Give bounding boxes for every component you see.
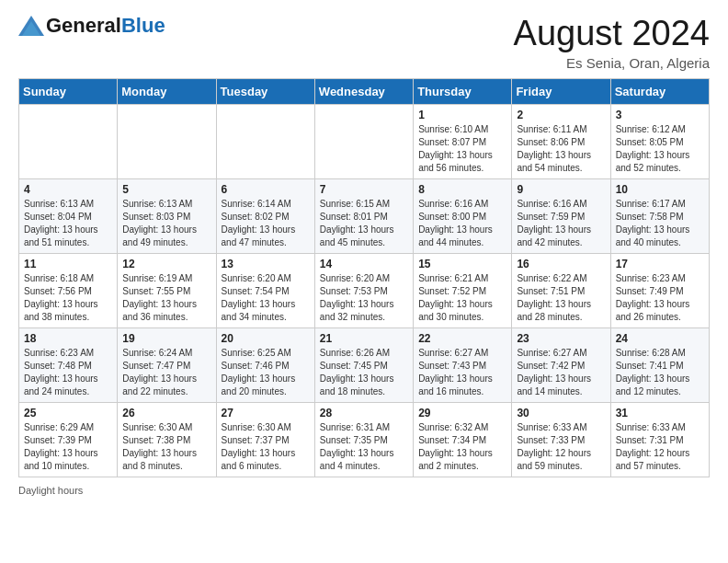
day-info: Sunrise: 6:14 AM Sunset: 8:02 PM Dayligh… (222, 198, 310, 249)
day-info: Sunrise: 6:31 AM Sunset: 7:35 PM Dayligh… (320, 421, 408, 473)
calendar-cell: 22Sunrise: 6:27 AM Sunset: 7:43 PM Dayli… (414, 327, 512, 402)
calendar-cell: 31Sunrise: 6:33 AM Sunset: 7:31 PM Dayli… (610, 402, 709, 477)
calendar-cell: 13Sunrise: 6:20 AM Sunset: 7:54 PM Dayli… (216, 253, 314, 327)
day-number: 14 (320, 258, 408, 270)
logo-icon (18, 16, 44, 36)
day-number: 18 (24, 332, 112, 345)
day-number: 5 (122, 183, 210, 196)
day-number: 27 (222, 407, 310, 419)
week-row-4: 18Sunrise: 6:23 AM Sunset: 7:48 PM Dayli… (19, 327, 710, 402)
day-number: 30 (517, 407, 605, 419)
day-info: Sunrise: 6:24 AM Sunset: 7:47 PM Dayligh… (122, 347, 210, 398)
day-info: Sunrise: 6:23 AM Sunset: 7:48 PM Dayligh… (24, 347, 112, 398)
day-info: Sunrise: 6:28 AM Sunset: 7:41 PM Dayligh… (616, 347, 704, 398)
day-info: Sunrise: 6:33 AM Sunset: 7:31 PM Dayligh… (616, 421, 704, 473)
calendar-cell (216, 104, 314, 178)
day-info: Sunrise: 6:30 AM Sunset: 7:38 PM Dayligh… (122, 421, 210, 473)
day-number: 3 (616, 109, 704, 121)
day-number: 16 (517, 258, 605, 270)
calendar-cell: 16Sunrise: 6:22 AM Sunset: 7:51 PM Dayli… (512, 253, 610, 327)
day-number: 1 (418, 109, 506, 121)
month-title: August 2024 (514, 15, 710, 53)
week-row-3: 11Sunrise: 6:18 AM Sunset: 7:56 PM Dayli… (19, 253, 710, 327)
calendar-cell: 3Sunrise: 6:12 AM Sunset: 8:05 PM Daylig… (610, 104, 709, 178)
calendar-cell: 12Sunrise: 6:19 AM Sunset: 7:55 PM Dayli… (118, 253, 216, 327)
calendar-table: SundayMondayTuesdayWednesdayThursdayFrid… (18, 78, 710, 477)
calendar-cell (118, 104, 216, 178)
calendar-cell (314, 104, 413, 178)
day-info: Sunrise: 6:32 AM Sunset: 7:34 PM Dayligh… (418, 421, 506, 473)
day-info: Sunrise: 6:27 AM Sunset: 7:43 PM Dayligh… (418, 347, 506, 398)
day-number: 7 (320, 183, 408, 196)
calendar-cell: 6Sunrise: 6:14 AM Sunset: 8:02 PM Daylig… (216, 178, 314, 253)
calendar-cell: 29Sunrise: 6:32 AM Sunset: 7:34 PM Dayli… (414, 402, 512, 477)
day-number: 26 (122, 407, 210, 419)
day-info: Sunrise: 6:13 AM Sunset: 8:04 PM Dayligh… (24, 198, 112, 249)
day-info: Sunrise: 6:25 AM Sunset: 7:46 PM Dayligh… (222, 347, 310, 398)
day-info: Sunrise: 6:26 AM Sunset: 7:45 PM Dayligh… (320, 347, 408, 398)
logo: GeneralBlue (18, 15, 165, 37)
day-number: 13 (222, 258, 310, 270)
location: Es Senia, Oran, Algeria (514, 55, 710, 71)
day-number: 15 (418, 258, 506, 270)
header: GeneralBlue August 2024 Es Senia, Oran, … (18, 15, 710, 71)
day-info: Sunrise: 6:33 AM Sunset: 7:33 PM Dayligh… (517, 421, 605, 473)
day-header-monday: Monday (118, 78, 216, 104)
calendar-cell: 4Sunrise: 6:13 AM Sunset: 8:04 PM Daylig… (19, 178, 118, 253)
day-info: Sunrise: 6:19 AM Sunset: 7:55 PM Dayligh… (122, 272, 210, 324)
day-info: Sunrise: 6:16 AM Sunset: 8:00 PM Dayligh… (418, 198, 506, 249)
calendar-cell (19, 104, 118, 178)
day-info: Sunrise: 6:30 AM Sunset: 7:37 PM Dayligh… (222, 421, 310, 473)
calendar-cell: 27Sunrise: 6:30 AM Sunset: 7:37 PM Dayli… (216, 402, 314, 477)
day-number: 19 (122, 332, 210, 345)
day-header-saturday: Saturday (610, 78, 709, 104)
day-info: Sunrise: 6:17 AM Sunset: 7:58 PM Dayligh… (616, 198, 704, 249)
calendar-cell: 1Sunrise: 6:10 AM Sunset: 8:07 PM Daylig… (414, 104, 512, 178)
calendar-cell: 17Sunrise: 6:23 AM Sunset: 7:49 PM Dayli… (610, 253, 709, 327)
week-row-1: 1Sunrise: 6:10 AM Sunset: 8:07 PM Daylig… (19, 104, 710, 178)
day-info: Sunrise: 6:11 AM Sunset: 8:06 PM Dayligh… (517, 123, 605, 175)
day-number: 12 (122, 258, 210, 270)
calendar-cell: 8Sunrise: 6:16 AM Sunset: 8:00 PM Daylig… (414, 178, 512, 253)
calendar-cell: 25Sunrise: 6:29 AM Sunset: 7:39 PM Dayli… (19, 402, 118, 477)
day-info: Sunrise: 6:22 AM Sunset: 7:51 PM Dayligh… (517, 272, 605, 324)
day-number: 23 (517, 332, 605, 345)
day-number: 17 (616, 258, 704, 270)
day-info: Sunrise: 6:27 AM Sunset: 7:42 PM Dayligh… (517, 347, 605, 398)
day-info: Sunrise: 6:21 AM Sunset: 7:52 PM Dayligh… (418, 272, 506, 324)
calendar-cell: 30Sunrise: 6:33 AM Sunset: 7:33 PM Dayli… (512, 402, 610, 477)
day-number: 8 (418, 183, 506, 196)
day-header-sunday: Sunday (19, 78, 118, 104)
day-number: 24 (616, 332, 704, 345)
calendar-cell: 14Sunrise: 6:20 AM Sunset: 7:53 PM Dayli… (314, 253, 413, 327)
title-block: August 2024 Es Senia, Oran, Algeria (514, 15, 710, 71)
calendar-cell: 7Sunrise: 6:15 AM Sunset: 8:01 PM Daylig… (314, 178, 413, 253)
calendar-cell: 18Sunrise: 6:23 AM Sunset: 7:48 PM Dayli… (19, 327, 118, 402)
day-number: 21 (320, 332, 408, 345)
calendar-cell: 21Sunrise: 6:26 AM Sunset: 7:45 PM Dayli… (314, 327, 413, 402)
day-header-wednesday: Wednesday (314, 78, 413, 104)
calendar-cell: 15Sunrise: 6:21 AM Sunset: 7:52 PM Dayli… (414, 253, 512, 327)
day-info: Sunrise: 6:12 AM Sunset: 8:05 PM Dayligh… (616, 123, 704, 175)
day-info: Sunrise: 6:20 AM Sunset: 7:54 PM Dayligh… (222, 272, 310, 324)
day-header-tuesday: Tuesday (216, 78, 314, 104)
day-number: 10 (616, 183, 704, 196)
calendar-cell: 5Sunrise: 6:13 AM Sunset: 8:03 PM Daylig… (118, 178, 216, 253)
week-row-5: 25Sunrise: 6:29 AM Sunset: 7:39 PM Dayli… (19, 402, 710, 477)
day-header-friday: Friday (512, 78, 610, 104)
day-number: 29 (418, 407, 506, 419)
week-row-2: 4Sunrise: 6:13 AM Sunset: 8:04 PM Daylig… (19, 178, 710, 253)
calendar-cell: 28Sunrise: 6:31 AM Sunset: 7:35 PM Dayli… (314, 402, 413, 477)
day-info: Sunrise: 6:13 AM Sunset: 8:03 PM Dayligh… (122, 198, 210, 249)
day-header-thursday: Thursday (414, 78, 512, 104)
calendar-cell: 9Sunrise: 6:16 AM Sunset: 7:59 PM Daylig… (512, 178, 610, 253)
day-info: Sunrise: 6:20 AM Sunset: 7:53 PM Dayligh… (320, 272, 408, 324)
day-number: 31 (616, 407, 704, 419)
day-number: 22 (418, 332, 506, 345)
calendar-cell: 23Sunrise: 6:27 AM Sunset: 7:42 PM Dayli… (512, 327, 610, 402)
day-number: 2 (517, 109, 605, 121)
calendar-cell: 2Sunrise: 6:11 AM Sunset: 8:06 PM Daylig… (512, 104, 610, 178)
calendar-cell: 19Sunrise: 6:24 AM Sunset: 7:47 PM Dayli… (118, 327, 216, 402)
day-info: Sunrise: 6:10 AM Sunset: 8:07 PM Dayligh… (418, 123, 506, 175)
day-info: Sunrise: 6:18 AM Sunset: 7:56 PM Dayligh… (24, 272, 112, 324)
